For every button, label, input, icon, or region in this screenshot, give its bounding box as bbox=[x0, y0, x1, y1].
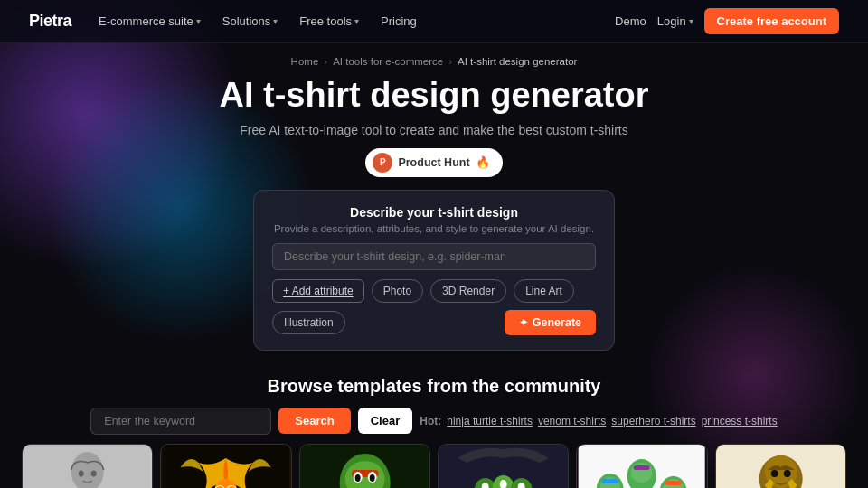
card-image bbox=[300, 445, 429, 488]
generate-button[interactable]: ✦ Generate bbox=[505, 310, 596, 335]
ph-badge-text: Product Hunt bbox=[398, 156, 469, 169]
nav-solutions[interactable]: Solutions ▾ bbox=[213, 10, 287, 33]
svg-point-37 bbox=[770, 470, 778, 477]
breadcrumb-sep-1: › bbox=[324, 56, 327, 67]
panel-actions: + Add attribute Photo 3D Render Line Art… bbox=[272, 279, 596, 335]
panel-subtitle: Provide a description, attributes, and s… bbox=[272, 223, 596, 234]
add-attribute-button[interactable]: + Add attribute bbox=[272, 279, 364, 303]
panel-input-row bbox=[272, 243, 596, 270]
search-button[interactable]: Search bbox=[278, 408, 350, 434]
breadcrumb-middle[interactable]: AI tools for e-commerce bbox=[333, 56, 443, 67]
navbar: Pietra E-commerce suite ▾ Solutions ▾ Fr… bbox=[0, 0, 868, 43]
page-title: AI t-shirt design generator bbox=[18, 76, 850, 116]
tag-venom[interactable]: venom t-shirts bbox=[538, 415, 606, 427]
panel-title: Describe your t-shirt design bbox=[272, 205, 596, 220]
chevron-down-icon: ▾ bbox=[196, 16, 201, 26]
nav-pricing[interactable]: Pricing bbox=[372, 10, 426, 33]
template-card: A eagle wearing a Mexican flag bandana S… bbox=[715, 444, 846, 488]
tag-princess[interactable]: princess t-shirts bbox=[702, 415, 778, 427]
tag-ninja-turtle[interactable]: ninja turtle t-shirts bbox=[447, 415, 533, 427]
style-photo-button[interactable]: Photo bbox=[372, 279, 423, 303]
hero-section: AI t-shirt design generator Free AI text… bbox=[0, 72, 868, 360]
card-image bbox=[23, 445, 152, 488]
template-card: pencil drawing of a beautiful young prin… bbox=[22, 444, 153, 488]
template-card: ninja turtle, Ninja Turtles peeking out … bbox=[438, 444, 569, 488]
chevron-down-icon: ▾ bbox=[273, 16, 278, 26]
style-3d-button[interactable]: 3D Render bbox=[430, 279, 506, 303]
svg-point-12 bbox=[354, 474, 360, 482]
chevron-down-icon: ▾ bbox=[354, 16, 359, 26]
svg-point-2 bbox=[79, 470, 84, 476]
browse-section: Browse templates from the community Sear… bbox=[0, 360, 868, 488]
breadcrumb-home[interactable]: Home bbox=[291, 56, 319, 67]
search-bar: Search Clear Hot: ninja turtle t-shirts … bbox=[0, 408, 868, 435]
card-image bbox=[716, 445, 845, 488]
style-lineart-button[interactable]: Line Art bbox=[514, 279, 574, 303]
logo[interactable]: Pietra bbox=[29, 12, 71, 31]
hero-subtitle: Free AI text-to-image tool to create and… bbox=[18, 123, 850, 137]
product-hunt-icon: P bbox=[373, 153, 392, 173]
ph-arrow-icon: 🔥 bbox=[476, 155, 490, 169]
nav-left: Pietra E-commerce suite ▾ Solutions ▾ Fr… bbox=[29, 10, 426, 33]
template-card: digital art, superhero art, disney-pixar… bbox=[160, 444, 291, 488]
template-card: ninja turtle, Silhouettes of the turtles… bbox=[576, 444, 707, 488]
keyword-input[interactable] bbox=[90, 408, 271, 435]
browse-title: Browse templates from the community bbox=[0, 376, 868, 397]
chevron-down-icon: ▾ bbox=[689, 16, 693, 26]
design-panel: Describe your t-shirt design Provide a d… bbox=[253, 190, 615, 351]
nav-menu: E-commerce suite ▾ Solutions ▾ Free tool… bbox=[90, 10, 426, 33]
breadcrumb-current: AI t-shirt design generator bbox=[458, 56, 577, 67]
nav-ecommerce-suite[interactable]: E-commerce suite ▾ bbox=[90, 10, 210, 33]
svg-rect-30 bbox=[634, 465, 650, 470]
demo-link[interactable]: Demo bbox=[615, 14, 646, 28]
breadcrumb-sep-2: › bbox=[448, 56, 452, 67]
nav-right: Demo Login ▾ Create free account bbox=[615, 8, 839, 34]
create-account-button[interactable]: Create free account bbox=[704, 8, 839, 34]
main-content: Home › AI tools for e-commerce › AI t-sh… bbox=[0, 43, 868, 488]
hot-label: Hot: bbox=[420, 415, 441, 427]
card-image bbox=[439, 445, 568, 488]
login-button[interactable]: Login ▾ bbox=[657, 14, 693, 28]
nav-free-tools[interactable]: Free tools ▾ bbox=[290, 10, 368, 33]
svg-rect-27 bbox=[602, 479, 618, 483]
design-input[interactable] bbox=[272, 243, 596, 270]
breadcrumb: Home › AI tools for e-commerce › AI t-sh… bbox=[0, 43, 868, 72]
product-hunt-badge[interactable]: P Product Hunt 🔥 bbox=[365, 148, 502, 177]
svg-rect-33 bbox=[665, 481, 682, 485]
card-image bbox=[577, 445, 706, 488]
tag-superhero[interactable]: superhero t-shirts bbox=[611, 415, 695, 427]
clear-button[interactable]: Clear bbox=[358, 408, 413, 434]
template-card: Leonardo from Teenage Mutant Ninja Turtl… bbox=[299, 444, 430, 488]
hot-tags: Hot: ninja turtle t-shirts venom t-shirt… bbox=[420, 415, 777, 427]
template-cards: pencil drawing of a beautiful young prin… bbox=[0, 444, 868, 488]
style-illustration-button[interactable]: Illustration bbox=[272, 311, 345, 334]
svg-point-3 bbox=[91, 470, 97, 476]
svg-point-38 bbox=[783, 470, 790, 477]
spark-icon: ✦ bbox=[519, 316, 528, 329]
svg-point-13 bbox=[369, 474, 374, 482]
card-image bbox=[161, 445, 290, 488]
